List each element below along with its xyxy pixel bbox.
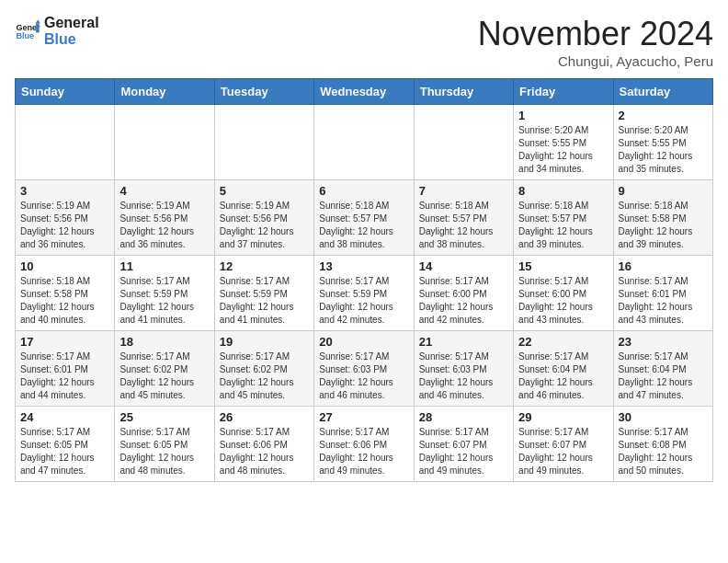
- day-number: 24: [20, 410, 109, 424]
- day-info: Sunrise: 5:17 AM Sunset: 6:01 PM Dayligh…: [619, 275, 708, 327]
- day-number: 21: [419, 335, 508, 349]
- logo: General Blue General Blue: [15, 15, 99, 47]
- day-number: 2: [619, 109, 708, 122]
- day-info: Sunrise: 5:17 AM Sunset: 6:03 PM Dayligh…: [319, 350, 408, 402]
- day-info: Sunrise: 5:17 AM Sunset: 5:59 PM Dayligh…: [119, 275, 209, 327]
- day-number: 17: [20, 335, 109, 349]
- calendar-week-row: 24Sunrise: 5:17 AM Sunset: 6:05 PM Dayli…: [16, 407, 713, 482]
- day-info: Sunrise: 5:17 AM Sunset: 6:05 PM Dayligh…: [119, 426, 209, 477]
- calendar-cell: 17Sunrise: 5:17 AM Sunset: 6:01 PM Dayli…: [16, 331, 115, 407]
- calendar-cell: [414, 105, 513, 180]
- day-number: 6: [319, 184, 408, 198]
- day-number: 10: [20, 259, 109, 273]
- calendar-cell: 2Sunrise: 5:20 AM Sunset: 5:55 PM Daylig…: [613, 105, 712, 180]
- calendar-cell: 12Sunrise: 5:17 AM Sunset: 5:59 PM Dayli…: [214, 256, 313, 331]
- calendar-cell: 23Sunrise: 5:17 AM Sunset: 6:04 PM Dayli…: [613, 331, 712, 407]
- day-number: 27: [319, 410, 408, 424]
- weekday-header: Monday: [115, 79, 214, 105]
- calendar-cell: 19Sunrise: 5:17 AM Sunset: 6:02 PM Dayli…: [214, 331, 313, 407]
- day-info: Sunrise: 5:20 AM Sunset: 5:55 PM Dayligh…: [518, 124, 608, 176]
- day-number: 11: [119, 259, 209, 273]
- weekday-header: Thursday: [414, 79, 513, 105]
- calendar-week-row: 3Sunrise: 5:19 AM Sunset: 5:56 PM Daylig…: [16, 180, 713, 256]
- day-info: Sunrise: 5:17 AM Sunset: 6:02 PM Dayligh…: [220, 350, 309, 402]
- calendar-cell: [314, 105, 414, 180]
- day-info: Sunrise: 5:19 AM Sunset: 5:56 PM Dayligh…: [119, 200, 209, 251]
- day-info: Sunrise: 5:17 AM Sunset: 5:59 PM Dayligh…: [319, 275, 408, 327]
- day-number: 8: [518, 184, 608, 198]
- calendar-cell: 29Sunrise: 5:17 AM Sunset: 6:07 PM Dayli…: [514, 407, 613, 482]
- day-info: Sunrise: 5:17 AM Sunset: 6:06 PM Dayligh…: [319, 426, 408, 477]
- calendar-cell: 24Sunrise: 5:17 AM Sunset: 6:05 PM Dayli…: [16, 407, 115, 482]
- day-info: Sunrise: 5:18 AM Sunset: 5:58 PM Dayligh…: [20, 275, 109, 327]
- calendar-cell: 14Sunrise: 5:17 AM Sunset: 6:00 PM Dayli…: [414, 256, 513, 331]
- calendar-cell: 21Sunrise: 5:17 AM Sunset: 6:03 PM Dayli…: [414, 331, 513, 407]
- day-info: Sunrise: 5:17 AM Sunset: 6:08 PM Dayligh…: [619, 426, 708, 477]
- day-info: Sunrise: 5:17 AM Sunset: 5:59 PM Dayligh…: [220, 275, 309, 327]
- calendar-cell: 7Sunrise: 5:18 AM Sunset: 5:57 PM Daylig…: [414, 180, 513, 256]
- logo-text-general: General: [44, 15, 99, 31]
- day-number: 25: [119, 410, 209, 424]
- day-number: 30: [619, 410, 708, 424]
- weekday-header: Wednesday: [314, 79, 414, 105]
- weekday-header: Tuesday: [214, 79, 313, 105]
- day-info: Sunrise: 5:18 AM Sunset: 5:57 PM Dayligh…: [518, 200, 608, 251]
- calendar-cell: 1Sunrise: 5:20 AM Sunset: 5:55 PM Daylig…: [514, 105, 613, 180]
- calendar-cell: 9Sunrise: 5:18 AM Sunset: 5:58 PM Daylig…: [613, 180, 712, 256]
- month-title: November 2024: [478, 15, 713, 53]
- day-number: 13: [319, 259, 408, 273]
- calendar-table: SundayMondayTuesdayWednesdayThursdayFrid…: [15, 78, 713, 482]
- day-info: Sunrise: 5:17 AM Sunset: 6:07 PM Dayligh…: [419, 426, 508, 477]
- calendar-cell: 13Sunrise: 5:17 AM Sunset: 5:59 PM Dayli…: [314, 256, 414, 331]
- calendar-cell: 20Sunrise: 5:17 AM Sunset: 6:03 PM Dayli…: [314, 331, 414, 407]
- calendar-cell: 16Sunrise: 5:17 AM Sunset: 6:01 PM Dayli…: [613, 256, 712, 331]
- day-info: Sunrise: 5:18 AM Sunset: 5:58 PM Dayligh…: [619, 200, 708, 251]
- calendar-cell: 6Sunrise: 5:18 AM Sunset: 5:57 PM Daylig…: [314, 180, 414, 256]
- day-info: Sunrise: 5:17 AM Sunset: 6:01 PM Dayligh…: [20, 350, 109, 402]
- day-number: 3: [20, 184, 109, 198]
- day-number: 20: [319, 335, 408, 349]
- calendar-cell: 28Sunrise: 5:17 AM Sunset: 6:07 PM Dayli…: [414, 407, 513, 482]
- day-number: 12: [220, 259, 309, 273]
- logo-icon: General Blue: [15, 18, 40, 44]
- calendar-cell: 8Sunrise: 5:18 AM Sunset: 5:57 PM Daylig…: [514, 180, 613, 256]
- weekday-header: Sunday: [16, 79, 115, 105]
- calendar-cell: 5Sunrise: 5:19 AM Sunset: 5:56 PM Daylig…: [214, 180, 313, 256]
- day-info: Sunrise: 5:19 AM Sunset: 5:56 PM Dayligh…: [220, 200, 309, 251]
- day-number: 5: [220, 184, 309, 198]
- day-info: Sunrise: 5:17 AM Sunset: 6:03 PM Dayligh…: [419, 350, 508, 402]
- svg-marker-2: [35, 19, 40, 23]
- day-number: 29: [518, 410, 608, 424]
- day-info: Sunrise: 5:18 AM Sunset: 5:57 PM Dayligh…: [319, 200, 408, 251]
- day-info: Sunrise: 5:20 AM Sunset: 5:55 PM Dayligh…: [619, 124, 708, 176]
- day-info: Sunrise: 5:17 AM Sunset: 6:04 PM Dayligh…: [619, 350, 708, 402]
- weekday-header: Friday: [514, 79, 613, 105]
- calendar-cell: 30Sunrise: 5:17 AM Sunset: 6:08 PM Dayli…: [613, 407, 712, 482]
- day-number: 23: [619, 335, 708, 349]
- day-number: 4: [119, 184, 209, 198]
- svg-text:Blue: Blue: [16, 31, 34, 40]
- day-number: 7: [419, 184, 508, 198]
- day-number: 1: [518, 109, 608, 122]
- calendar-cell: 26Sunrise: 5:17 AM Sunset: 6:06 PM Dayli…: [214, 407, 313, 482]
- day-number: 18: [119, 335, 209, 349]
- calendar-cell: 3Sunrise: 5:19 AM Sunset: 5:56 PM Daylig…: [16, 180, 115, 256]
- day-info: Sunrise: 5:17 AM Sunset: 6:07 PM Dayligh…: [518, 426, 608, 477]
- title-block: November 2024 Chungui, Ayacucho, Peru: [478, 15, 713, 69]
- calendar-week-row: 1Sunrise: 5:20 AM Sunset: 5:55 PM Daylig…: [16, 105, 713, 180]
- day-number: 26: [220, 410, 309, 424]
- calendar-cell: [214, 105, 313, 180]
- calendar-cell: 27Sunrise: 5:17 AM Sunset: 6:06 PM Dayli…: [314, 407, 414, 482]
- day-number: 15: [518, 259, 608, 273]
- calendar-cell: 11Sunrise: 5:17 AM Sunset: 5:59 PM Dayli…: [115, 256, 214, 331]
- calendar-cell: [115, 105, 214, 180]
- day-info: Sunrise: 5:17 AM Sunset: 6:04 PM Dayligh…: [518, 350, 608, 402]
- calendar-week-row: 10Sunrise: 5:18 AM Sunset: 5:58 PM Dayli…: [16, 256, 713, 331]
- day-number: 9: [619, 184, 708, 198]
- weekday-header: Saturday: [613, 79, 712, 105]
- day-number: 22: [518, 335, 608, 349]
- calendar-header-row: SundayMondayTuesdayWednesdayThursdayFrid…: [16, 79, 713, 105]
- calendar-week-row: 17Sunrise: 5:17 AM Sunset: 6:01 PM Dayli…: [16, 331, 713, 407]
- svg-rect-3: [36, 23, 40, 32]
- day-info: Sunrise: 5:18 AM Sunset: 5:57 PM Dayligh…: [419, 200, 508, 251]
